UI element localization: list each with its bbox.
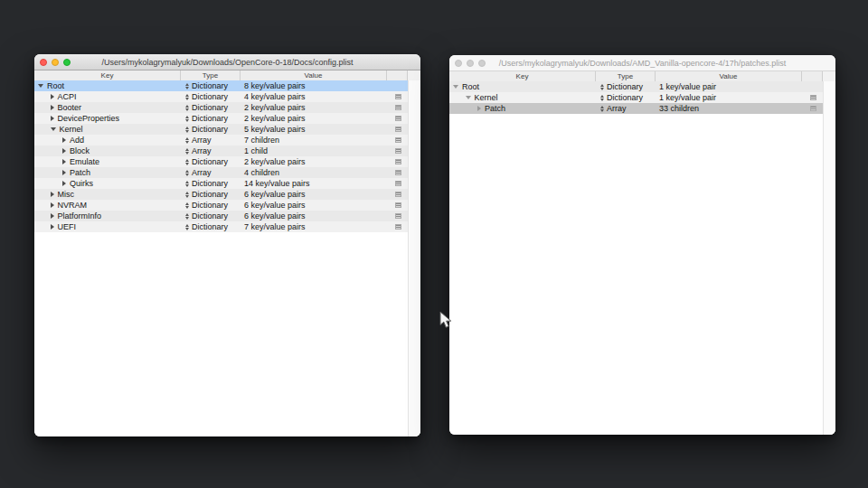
value-cell[interactable]: 4 children: [241, 168, 387, 177]
column-header-type[interactable]: Type: [181, 70, 241, 80]
type-popup-arrows-icon[interactable]: [185, 148, 189, 155]
plist-row-patch[interactable]: PatchArray4 children: [34, 167, 409, 178]
minimize-button[interactable]: [467, 60, 474, 67]
titlebar[interactable]: /Users/mykolagrymalyuk/Downloads/OpenCor…: [34, 54, 420, 70]
plist-row-platforminfo[interactable]: PlatformInfoDictionary6 key/value pairs: [34, 211, 409, 221]
value-cell[interactable]: 14 key/value pairs: [241, 179, 387, 188]
minimize-button[interactable]: [52, 59, 59, 66]
value-cell[interactable]: 7 key/value pairs: [241, 222, 387, 231]
value-cell[interactable]: 8 key/value pairs: [241, 81, 387, 90]
value-cell[interactable]: 6 key/value pairs: [241, 211, 387, 221]
value-cell[interactable]: 7 children: [241, 136, 387, 145]
column-header-key[interactable]: Key: [34, 70, 181, 80]
detail-grid-icon[interactable]: [395, 116, 401, 121]
disclosure-triangle-icon[interactable]: [62, 170, 66, 175]
column-header-value[interactable]: Value: [656, 71, 802, 81]
type-popup-arrows-icon[interactable]: [185, 137, 189, 144]
column-header-value[interactable]: Value: [241, 70, 387, 80]
plist-row-deviceproperties[interactable]: DevicePropertiesDictionary2 key/value pa…: [34, 113, 409, 124]
type-cell[interactable]: Dictionary: [181, 103, 241, 112]
detail-grid-icon[interactable]: [395, 181, 401, 186]
type-cell[interactable]: Dictionary: [181, 92, 241, 101]
type-popup-arrows-icon[interactable]: [185, 127, 189, 133]
value-cell[interactable]: 5 key/value pairs: [241, 125, 387, 134]
type-cell[interactable]: Dictionary: [181, 114, 241, 123]
disclosure-triangle-icon[interactable]: [62, 137, 66, 143]
detail-grid-icon[interactable]: [395, 224, 401, 230]
type-popup-arrows-icon[interactable]: [185, 192, 189, 198]
value-cell[interactable]: 2 key/value pairs: [241, 157, 387, 166]
zoom-button[interactable]: [478, 60, 486, 67]
zoom-button[interactable]: [63, 59, 71, 66]
disclosure-triangle-icon[interactable]: [466, 96, 471, 99]
disclosure-triangle-icon[interactable]: [62, 148, 66, 154]
disclosure-triangle-icon[interactable]: [51, 224, 54, 230]
type-cell[interactable]: Dictionary: [181, 81, 241, 90]
detail-grid-icon[interactable]: [395, 202, 401, 208]
type-popup-arrows-icon[interactable]: [185, 83, 189, 89]
vertical-scrollbar[interactable]: [823, 81, 835, 435]
detail-grid-icon[interactable]: [395, 159, 401, 164]
value-cell[interactable]: 1 key/value pair: [656, 93, 802, 102]
close-button[interactable]: [455, 60, 462, 67]
type-popup-arrows-icon[interactable]: [600, 84, 604, 90]
close-button[interactable]: [40, 59, 47, 66]
type-cell[interactable]: Dictionary: [181, 211, 241, 221]
type-cell[interactable]: Dictionary: [181, 179, 241, 188]
plist-row-misc[interactable]: MiscDictionary6 key/value pairs: [34, 189, 409, 200]
type-popup-arrows-icon[interactable]: [185, 181, 189, 187]
detail-grid-icon[interactable]: [810, 106, 816, 111]
type-popup-arrows-icon[interactable]: [185, 224, 189, 230]
type-cell[interactable]: Array: [596, 104, 656, 113]
type-cell[interactable]: Dictionary: [596, 82, 656, 91]
detail-grid-icon[interactable]: [395, 192, 401, 197]
type-cell[interactable]: Dictionary: [181, 222, 241, 231]
value-cell[interactable]: 6 key/value pairs: [241, 190, 387, 199]
type-cell[interactable]: Array: [181, 146, 241, 155]
disclosure-triangle-icon[interactable]: [51, 105, 54, 110]
type-popup-arrows-icon[interactable]: [600, 95, 604, 101]
type-popup-arrows-icon[interactable]: [185, 94, 189, 100]
plist-row-kernel[interactable]: KernelDictionary5 key/value pairs: [34, 124, 409, 135]
disclosure-triangle-icon[interactable]: [51, 202, 54, 208]
column-header-key[interactable]: Key: [449, 71, 596, 81]
plist-row-booter[interactable]: BooterDictionary2 key/value pairs: [34, 102, 409, 113]
disclosure-triangle-icon[interactable]: [51, 192, 54, 197]
plist-row-acpi[interactable]: ACPIDictionary4 key/value pairs: [34, 91, 409, 102]
type-cell[interactable]: Dictionary: [181, 157, 241, 166]
type-popup-arrows-icon[interactable]: [185, 213, 189, 220]
plist-row-emulate[interactable]: EmulateDictionary2 key/value pairs: [34, 156, 409, 167]
plist-row-nvram[interactable]: NVRAMDictionary6 key/value pairs: [34, 200, 409, 211]
disclosure-triangle-icon[interactable]: [51, 127, 56, 131]
type-cell[interactable]: Dictionary: [181, 201, 241, 210]
type-popup-arrows-icon[interactable]: [600, 106, 604, 112]
disclosure-triangle-icon[interactable]: [62, 181, 66, 186]
type-cell[interactable]: Dictionary: [596, 93, 656, 102]
disclosure-triangle-icon[interactable]: [51, 116, 54, 121]
plist-row-root[interactable]: RootDictionary1 key/value pair: [449, 81, 824, 92]
value-cell[interactable]: 4 key/value pairs: [241, 92, 387, 101]
type-popup-arrows-icon[interactable]: [185, 170, 189, 176]
type-cell[interactable]: Array: [181, 136, 241, 145]
type-popup-arrows-icon[interactable]: [185, 159, 189, 165]
plist-row-uefi[interactable]: UEFIDictionary7 key/value pairs: [34, 221, 409, 232]
disclosure-triangle-icon[interactable]: [62, 159, 66, 164]
value-cell[interactable]: 1 key/value pair: [656, 82, 802, 91]
plist-row-block[interactable]: BlockArray1 child: [34, 145, 409, 156]
disclosure-triangle-icon[interactable]: [453, 85, 458, 89]
disclosure-triangle-icon[interactable]: [51, 94, 54, 99]
detail-grid-icon[interactable]: [395, 170, 401, 175]
type-cell[interactable]: Array: [181, 168, 241, 177]
type-cell[interactable]: Dictionary: [181, 125, 241, 134]
detail-grid-icon[interactable]: [395, 213, 401, 219]
plist-row-root[interactable]: RootDictionary8 key/value pairs: [34, 80, 409, 91]
detail-grid-icon[interactable]: [395, 148, 401, 154]
type-popup-arrows-icon[interactable]: [185, 116, 189, 122]
disclosure-triangle-icon[interactable]: [477, 106, 481, 111]
disclosure-triangle-icon[interactable]: [38, 84, 43, 88]
titlebar[interactable]: /Users/mykolagrymalyuk/Downloads/AMD_Van…: [449, 55, 835, 71]
plist-row-add[interactable]: AddArray7 children: [34, 135, 409, 145]
value-cell[interactable]: 2 key/value pairs: [241, 103, 387, 112]
detail-grid-icon[interactable]: [810, 95, 816, 100]
vertical-scrollbar[interactable]: [408, 80, 420, 436]
